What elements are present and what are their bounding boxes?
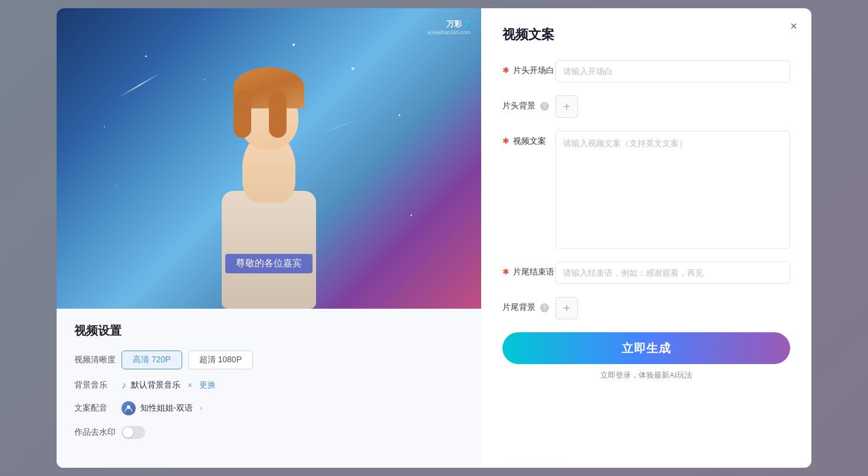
voice-label: 文案配音 [74,403,121,414]
music-name: 默认背景音乐 [131,380,180,391]
generate-button[interactable]: 立即生成 [502,332,790,364]
content-textarea[interactable] [555,131,790,249]
ending-label: ✱ 片尾结束语 [502,262,555,277]
content-row: ✱ 视频文案 [502,131,790,249]
ending-row: ✱ 片尾结束语 [502,262,790,284]
generate-hint-text: 立即登录，体验最新AI玩法 [600,371,692,379]
music-note-icon: ♪ [121,380,126,391]
opening-input[interactable] [555,60,790,82]
watermark-brand: 万彩 [446,19,462,29]
left-panel: 万彩 A ai.keehan365.com [57,8,481,468]
header-bg-info-icon[interactable]: ? [540,102,549,111]
voice-selector[interactable]: 知性姐姐-双语 › [121,401,202,415]
header-bg-label: 片头背景 ? [502,95,555,111]
voice-row: 文案配音 知性姐姐-双语 › [74,401,463,415]
voice-arrow-icon: › [200,404,202,412]
ending-bg-label-text: 片尾背景 [502,302,535,312]
video-background: 万彩 A ai.keehan365.com [57,8,481,309]
watermark-toggle-label: 作品去水印 [74,427,121,438]
subtitle-text: 尊敬的各位嘉宾 [236,258,302,268]
content-label-text: 视频文案 [513,136,546,146]
quality-1080p-button[interactable]: 超清 1080P [188,351,253,369]
watermark-toggle-area [121,426,145,439]
music-controls: ♪ 默认背景音乐 × 更换 [121,380,216,391]
subtitle-overlay: 尊敬的各位嘉宾 [225,254,313,273]
header-bg-label-text: 片头背景 [502,101,535,110]
music-row: 背景音乐 ♪ 默认背景音乐 × 更换 [74,380,463,391]
video-preview: 万彩 A ai.keehan365.com [57,8,481,309]
opening-label-text: 片头开场白 [513,65,554,75]
music-delete-button[interactable]: × [185,381,195,390]
ending-input[interactable] [555,262,790,284]
content-label: ✱ 视频文案 [502,131,555,147]
ending-bg-row: 片尾背景 ? + [502,297,790,319]
right-panel: × 视频文案 ✱ 片头开场白 片头背景 ? + [481,8,811,468]
content-required-marker: ✱ [502,136,509,146]
quality-buttons: 高清 720P 超清 1080P [121,351,253,369]
quality-720p-button[interactable]: 高清 720P [121,351,182,369]
music-replace-button[interactable]: 更换 [199,380,216,391]
panel-title: 视频文案 [502,26,790,44]
voice-name: 知性姐姐-双语 [140,403,193,414]
header-bg-add-button[interactable]: + [555,95,578,118]
watermark-toggle[interactable] [121,426,145,439]
watermark-sub: ai.keehan365.com [427,29,471,35]
close-button[interactable]: × [790,20,797,32]
music-label: 背景音乐 [74,380,121,391]
watermark-row: 作品去水印 [74,426,463,439]
toggle-thumb [123,427,133,438]
quality-row: 视频清晰度 高清 720P 超清 1080P [74,351,463,369]
watermark: 万彩 A [446,19,471,29]
avatar-figure [192,85,346,309]
modal-overlay: 万彩 A ai.keehan365.com [0,0,868,476]
opening-required-marker: ✱ [502,65,509,75]
header-bg-row: 片头背景 ? + [502,95,790,118]
quality-label: 视频清晰度 [74,355,121,365]
ending-bg-info-icon[interactable]: ? [540,303,549,312]
ending-bg-add-button[interactable]: + [555,297,578,319]
ending-label-text: 片尾结束语 [513,267,554,276]
ending-required-marker: ✱ [502,267,509,276]
settings-title: 视频设置 [74,323,463,339]
ending-bg-label: 片尾背景 ? [502,297,555,313]
watermark-ai-icon: A [463,19,471,29]
opening-row: ✱ 片头开场白 [502,60,790,82]
generate-hint: 立即登录，体验最新AI玩法 [502,370,790,381]
main-modal: 万彩 A ai.keehan365.com [57,8,811,468]
settings-panel: 视频设置 视频清晰度 高清 720P 超清 1080P 背景音乐 ♪ 默认背景音… [57,309,481,468]
voice-avatar-icon [121,401,136,415]
opening-label: ✱ 片头开场白 [502,60,555,76]
